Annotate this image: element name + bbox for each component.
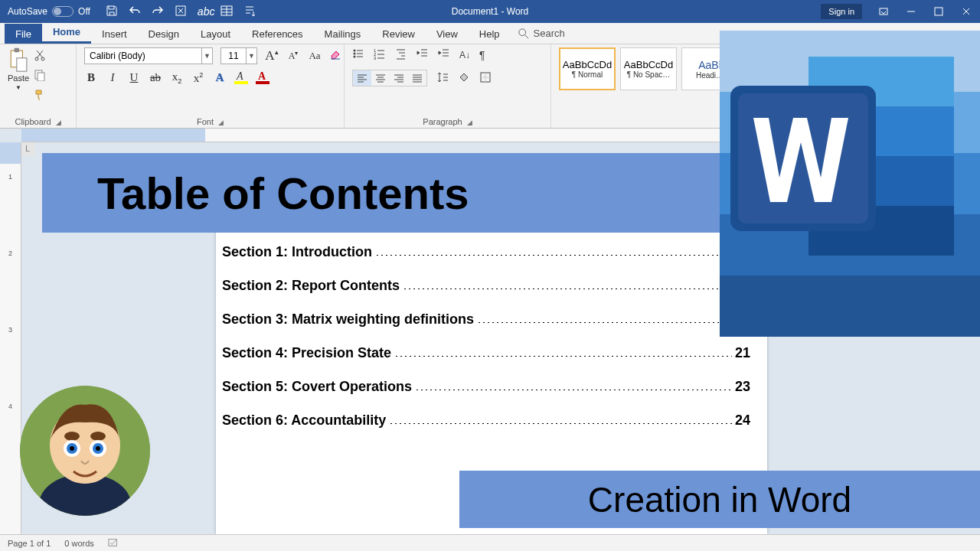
style-preview: AaBbCcDd bbox=[563, 59, 612, 70]
group-paragraph: 123 A↓ ¶ Paragraph◢ bbox=[345, 44, 551, 128]
ruler-corner: L bbox=[20, 142, 35, 156]
highlight-button[interactable] bbox=[234, 72, 248, 84]
svg-point-38 bbox=[107, 448, 116, 461]
document-title: Document1 - Word bbox=[452, 6, 528, 17]
maximize-icon[interactable] bbox=[925, 0, 952, 23]
redo-icon[interactable] bbox=[152, 5, 164, 19]
svg-point-35 bbox=[70, 446, 74, 451]
format-painter-icon[interactable] bbox=[34, 89, 46, 104]
line-spacing-button[interactable] bbox=[436, 71, 449, 86]
tab-mailings[interactable]: Mailings bbox=[314, 24, 372, 44]
change-case-button[interactable]: Aa bbox=[308, 50, 322, 62]
tab-insert[interactable]: Insert bbox=[91, 24, 138, 44]
autosave-state: Off bbox=[78, 6, 90, 17]
spellcheck-icon[interactable] bbox=[108, 537, 119, 549]
font-name-combo[interactable]: Calibri (Body)▼ bbox=[84, 47, 213, 64]
paste-button[interactable]: Paste ▼ bbox=[8, 47, 29, 104]
font-launcher-icon[interactable]: ◢ bbox=[218, 119, 224, 126]
clipboard-launcher-icon[interactable]: ◢ bbox=[56, 119, 61, 126]
chevron-down-icon: ▼ bbox=[246, 48, 256, 64]
toc-leader bbox=[389, 414, 732, 425]
page-indicator[interactable]: Page 1 of 1 bbox=[8, 539, 51, 548]
search-icon bbox=[518, 28, 529, 39]
multilevel-list-button[interactable] bbox=[395, 47, 407, 62]
borders-button[interactable] bbox=[479, 71, 492, 86]
tab-layout[interactable]: Layout bbox=[190, 24, 241, 44]
italic-button[interactable]: I bbox=[106, 71, 119, 84]
toc-entry[interactable]: Section 4: Precision State21 bbox=[222, 346, 750, 360]
toc-title: Section 1: Introduction bbox=[222, 245, 372, 259]
tab-help[interactable]: Help bbox=[469, 24, 511, 44]
ribbon-display-icon[interactable] bbox=[870, 0, 897, 23]
grow-font-button[interactable]: A▴ bbox=[265, 48, 279, 64]
clear-formatting-button[interactable] bbox=[329, 48, 341, 64]
toc-page: 24 bbox=[732, 413, 750, 427]
autosave-label: AutoSave bbox=[8, 6, 47, 17]
bullets-button[interactable] bbox=[352, 47, 364, 62]
increase-indent-button[interactable] bbox=[438, 47, 450, 62]
quick-access-toolbar: abc bbox=[98, 5, 263, 19]
strikethrough-button[interactable]: ab bbox=[149, 71, 162, 84]
superscript-button[interactable]: x2 bbox=[191, 71, 205, 85]
toc-leader bbox=[394, 347, 732, 357]
style-preview: AaBbCcDd bbox=[624, 59, 673, 70]
subscript-button[interactable]: x2 bbox=[170, 70, 184, 85]
cut-icon[interactable] bbox=[34, 49, 46, 64]
tab-view[interactable]: View bbox=[426, 24, 469, 44]
save-icon[interactable] bbox=[106, 5, 118, 19]
shrink-font-button[interactable]: A▾ bbox=[286, 50, 300, 62]
align-center-button[interactable] bbox=[371, 70, 390, 86]
tab-references[interactable]: References bbox=[241, 24, 313, 44]
window-controls: Sign in bbox=[821, 0, 980, 23]
tab-design[interactable]: Design bbox=[138, 24, 190, 44]
show-paragraph-marks-button[interactable]: ¶ bbox=[479, 49, 485, 61]
underline-button[interactable]: U bbox=[127, 71, 141, 84]
sort-button[interactable]: A↓ bbox=[459, 50, 470, 60]
toc-leader bbox=[415, 380, 732, 391]
tab-review[interactable]: Review bbox=[371, 24, 426, 44]
style-name: ¶ Normal bbox=[572, 70, 603, 79]
shading-button[interactable] bbox=[458, 71, 470, 86]
word-count[interactable]: 0 words bbox=[64, 539, 94, 548]
align-right-button[interactable] bbox=[390, 70, 408, 86]
font-size-combo[interactable]: 11▼ bbox=[220, 47, 257, 64]
minimize-icon[interactable] bbox=[897, 0, 925, 23]
sign-in-button[interactable]: Sign in bbox=[821, 4, 862, 19]
vertical-ruler[interactable]: 1234 bbox=[0, 142, 21, 534]
tell-me-search[interactable]: Search bbox=[511, 23, 573, 44]
autosave-toggle[interactable]: AutoSave Off bbox=[0, 6, 98, 17]
close-icon[interactable] bbox=[952, 0, 980, 23]
align-left-button[interactable] bbox=[353, 70, 371, 86]
toc-entry[interactable]: Section 5: Covert Operations23 bbox=[222, 380, 750, 393]
undo-icon[interactable] bbox=[129, 5, 141, 19]
toc-entry[interactable]: Section 2: Report Contents bbox=[222, 279, 750, 292]
toc-entry[interactable]: Section 1: Introduction bbox=[222, 245, 750, 259]
toc-entry[interactable]: Section 3: Matrix weighting definitions1… bbox=[222, 312, 750, 326]
copy-icon[interactable] bbox=[34, 69, 46, 84]
paragraph-spacing-icon[interactable] bbox=[243, 5, 256, 19]
toc-title: Section 6: Accountability bbox=[222, 413, 386, 427]
text-effects-button[interactable]: A bbox=[213, 71, 227, 84]
spelling-icon[interactable]: abc bbox=[198, 5, 210, 18]
svg-point-30 bbox=[90, 432, 106, 441]
paragraph-launcher-icon[interactable]: ◢ bbox=[467, 119, 472, 126]
svg-text:3: 3 bbox=[374, 56, 377, 60]
tab-home[interactable]: Home bbox=[42, 21, 91, 44]
justify-button[interactable] bbox=[408, 70, 426, 86]
toc-title: Section 2: Report Contents bbox=[222, 279, 400, 292]
table-icon[interactable] bbox=[220, 5, 233, 19]
touch-mode-icon[interactable] bbox=[175, 5, 187, 19]
toc-entry[interactable]: Section 6: Accountability24 bbox=[222, 413, 750, 427]
group-label-font: Font bbox=[197, 117, 214, 126]
toc-title: Section 3: Matrix weighting definitions bbox=[222, 312, 474, 326]
font-size-value: 11 bbox=[221, 51, 246, 61]
search-label: Search bbox=[534, 28, 565, 39]
numbering-button[interactable]: 123 bbox=[374, 47, 386, 62]
decrease-indent-button[interactable] bbox=[416, 47, 429, 62]
tab-file[interactable]: File bbox=[5, 24, 42, 44]
bold-button[interactable]: B bbox=[84, 71, 98, 84]
style-normal[interactable]: AaBbCcDd ¶ Normal bbox=[559, 47, 616, 90]
style-name: ¶ No Spac… bbox=[627, 70, 671, 79]
style-no-spacing[interactable]: AaBbCcDd ¶ No Spac… bbox=[620, 47, 677, 90]
font-color-button[interactable] bbox=[256, 72, 270, 84]
